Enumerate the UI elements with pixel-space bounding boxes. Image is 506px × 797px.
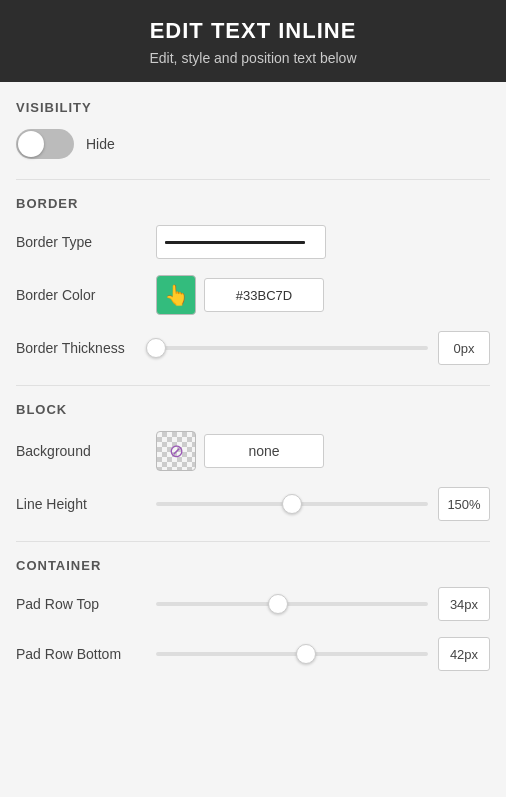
border-thickness-label: Border Thickness	[16, 340, 156, 356]
line-height-slider-wrap: 150%	[156, 487, 490, 521]
page-subtitle: Edit, style and position text below	[16, 50, 490, 66]
background-label: Background	[16, 443, 156, 459]
border-thickness-track[interactable]	[156, 346, 428, 350]
visibility-row: Hide	[16, 129, 490, 159]
border-color-label: Border Color	[16, 287, 156, 303]
pad-row-bottom-row: Pad Row Bottom 42px	[16, 637, 490, 671]
pad-row-top-value: 34px	[438, 587, 490, 621]
border-type-control	[156, 225, 490, 259]
pad-row-bottom-value: 42px	[438, 637, 490, 671]
block-section: BLOCK Background ⊘ none Line Height 150%	[16, 402, 490, 521]
pad-row-bottom-slider-wrap: 42px	[156, 637, 490, 671]
toggle-label: Hide	[86, 136, 115, 152]
border-type-label: Border Type	[16, 234, 156, 250]
border-color-hex-input[interactable]	[204, 278, 324, 312]
pad-row-top-track[interactable]	[156, 602, 428, 606]
pad-row-bottom-track[interactable]	[156, 652, 428, 656]
pad-row-top-label: Pad Row Top	[16, 596, 156, 612]
border-thickness-thumb[interactable]	[146, 338, 166, 358]
container-section: CONTAINER Pad Row Top 34px Pad Row Botto…	[16, 558, 490, 671]
border-color-swatch[interactable]: 👆	[156, 275, 196, 315]
background-none-btn[interactable]: none	[204, 434, 324, 468]
border-type-select[interactable]	[156, 225, 326, 259]
line-height-label: Line Height	[16, 496, 156, 512]
border-line-preview	[165, 241, 305, 244]
line-height-row: Line Height 150%	[16, 487, 490, 521]
bg-swatch-icon: ⊘	[169, 440, 184, 462]
border-section-label: BORDER	[16, 196, 490, 211]
page-title: EDIT TEXT INLINE	[16, 18, 490, 44]
block-section-label: BLOCK	[16, 402, 490, 417]
background-control: ⊘ none	[156, 431, 490, 471]
border-color-icon: 👆	[164, 283, 189, 307]
background-swatch[interactable]: ⊘	[156, 431, 196, 471]
pad-row-top-thumb[interactable]	[268, 594, 288, 614]
visibility-label: VISIBILITY	[16, 100, 490, 115]
line-height-thumb[interactable]	[282, 494, 302, 514]
border-type-row: Border Type	[16, 225, 490, 259]
line-height-value: 150%	[438, 487, 490, 521]
border-color-row: Border Color 👆	[16, 275, 490, 315]
toggle-thumb	[18, 131, 44, 157]
pad-row-bottom-label: Pad Row Bottom	[16, 646, 156, 662]
border-thickness-row: Border Thickness 0px	[16, 331, 490, 365]
background-row: Background ⊘ none	[16, 431, 490, 471]
container-section-label: CONTAINER	[16, 558, 490, 573]
line-height-track[interactable]	[156, 502, 428, 506]
pad-row-bottom-thumb[interactable]	[296, 644, 316, 664]
border-section: BORDER Border Type Border Color 👆 Border…	[16, 196, 490, 365]
header: EDIT TEXT INLINE Edit, style and positio…	[0, 0, 506, 82]
pad-row-top-row: Pad Row Top 34px	[16, 587, 490, 621]
border-thickness-slider-wrap: 0px	[156, 331, 490, 365]
pad-row-top-slider-wrap: 34px	[156, 587, 490, 621]
visibility-section: VISIBILITY Hide	[16, 100, 490, 159]
border-color-control: 👆	[156, 275, 490, 315]
border-thickness-value: 0px	[438, 331, 490, 365]
visibility-toggle[interactable]	[16, 129, 74, 159]
